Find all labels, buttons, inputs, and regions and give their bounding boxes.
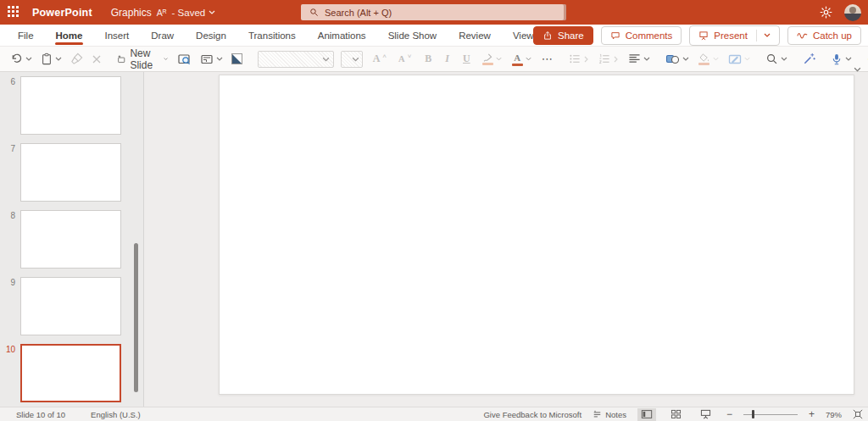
designer-icon <box>177 53 192 66</box>
designer-button[interactable] <box>177 53 192 66</box>
save-status-dropdown[interactable]: - Saved <box>172 8 216 18</box>
feedback-link[interactable]: Give Feedback to Microsoft <box>483 410 581 419</box>
share-button[interactable]: Share <box>533 26 593 45</box>
chevron-down-icon <box>164 57 168 61</box>
menu-bar: File Home Insert Draw Design Transitions… <box>0 25 868 47</box>
topbar-right-controls <box>817 0 861 25</box>
top-app-bar: PowerPoint Graphics Aᴿ - Saved Search (A… <box>0 0 868 25</box>
language-selector[interactable]: English (U.S.) <box>91 410 141 419</box>
paste-button[interactable] <box>41 53 62 65</box>
shapes-button[interactable] <box>665 53 689 65</box>
slide-thumbnail-10-selected[interactable]: 10 <box>0 344 121 402</box>
shape-fill-button[interactable] <box>698 53 719 65</box>
normal-view-button[interactable] <box>637 408 656 421</box>
close-icon <box>92 54 102 64</box>
present-button[interactable]: Present <box>689 25 780 46</box>
increase-font-button[interactable]: A˄ <box>373 53 387 65</box>
present-icon <box>698 30 709 41</box>
app-launcher-icon[interactable] <box>8 6 21 19</box>
chevron-down-icon <box>682 57 689 61</box>
bullet-list-icon <box>569 53 581 64</box>
search-icon <box>309 8 319 17</box>
zoom-slider[interactable] <box>743 408 798 421</box>
thumbnail-panel-scrollbar[interactable] <box>134 243 138 392</box>
font-color-button[interactable]: A <box>512 53 531 66</box>
dictate-button[interactable] <box>831 53 852 66</box>
bullets-button[interactable] <box>569 53 588 64</box>
more-icon: ⋯ <box>542 53 554 65</box>
find-button[interactable] <box>765 53 787 65</box>
document-title[interactable]: Graphics <box>111 7 152 19</box>
tab-transitions[interactable]: Transitions <box>237 25 307 45</box>
catch-up-button[interactable]: Catch up <box>787 26 861 45</box>
slide-thumbnail-9[interactable]: 9 <box>0 277 121 335</box>
numbering-button[interactable] <box>598 53 618 64</box>
slideshow-icon <box>700 409 711 419</box>
chevron-down-icon[interactable] <box>764 33 771 37</box>
more-font-options-button[interactable]: ⋯ <box>542 53 554 65</box>
slide-thumbnail-6[interactable]: 6 <box>0 76 121 135</box>
slide-number: 10 <box>0 344 17 402</box>
chevron-down-icon <box>845 57 852 61</box>
fit-to-window-icon <box>853 409 863 419</box>
pulse-icon <box>797 30 808 40</box>
zoom-out-button[interactable]: − <box>726 408 732 420</box>
font-size-select[interactable] <box>341 51 363 68</box>
slideshow-view-button[interactable] <box>697 408 715 421</box>
tab-review[interactable]: Review <box>448 25 502 45</box>
italic-button[interactable]: I <box>445 53 449 65</box>
format-painter-button[interactable] <box>70 53 83 65</box>
delete-button[interactable] <box>92 54 102 64</box>
search-input[interactable]: Search (Alt + Q) <box>301 4 566 20</box>
shape-outline-button[interactable] <box>728 53 750 65</box>
align-left-icon <box>628 53 641 64</box>
tab-insert[interactable]: Insert <box>93 25 140 45</box>
comments-button[interactable]: Comments <box>601 26 682 45</box>
fit-slide-button[interactable] <box>853 409 863 419</box>
microphone-icon <box>831 53 843 66</box>
slide-thumb-image <box>20 277 121 335</box>
zoom-in-button[interactable]: + <box>809 408 815 420</box>
tab-slide-show[interactable]: Slide Show <box>377 25 448 45</box>
chevron-down-icon <box>25 57 32 61</box>
slide-editing-surface[interactable] <box>219 75 854 395</box>
decrease-font-icon: A <box>398 54 405 64</box>
bold-button[interactable]: B <box>425 53 431 65</box>
zoom-slider-handle[interactable] <box>752 410 755 418</box>
tab-design[interactable]: Design <box>185 25 237 45</box>
designer-wand-button[interactable] <box>803 53 815 65</box>
themes-button[interactable] <box>231 53 242 64</box>
highlighter-icon <box>482 53 493 65</box>
slide-number: 9 <box>0 277 17 335</box>
slide-thumbnail-8[interactable]: 8 <box>0 210 121 269</box>
decrease-font-button[interactable]: A˅ <box>398 54 411 64</box>
slide-counter[interactable]: Slide 10 of 10 <box>16 410 65 419</box>
tab-file[interactable]: File <box>7 25 45 45</box>
editor-canvas <box>145 72 868 407</box>
chevron-right-icon <box>584 56 588 63</box>
slide-thumbnail-7[interactable]: 7 <box>0 143 121 202</box>
numbered-list-icon <box>598 53 611 64</box>
account-avatar[interactable] <box>844 4 861 21</box>
font-color-icon: A <box>512 53 523 66</box>
undo-button[interactable] <box>10 53 32 65</box>
grid-view-icon <box>670 409 682 419</box>
tab-home[interactable]: Home <box>45 25 94 45</box>
comment-icon <box>610 30 620 41</box>
notes-toggle[interactable]: Notes <box>593 410 626 419</box>
chevron-right-icon <box>614 56 618 63</box>
slide-thumbnail-panel: 6 7 8 9 10 <box>0 72 144 407</box>
text-highlight-button[interactable] <box>482 53 502 65</box>
align-text-button[interactable] <box>628 53 650 64</box>
tab-draw[interactable]: Draw <box>140 25 185 45</box>
new-slide-button[interactable]: New Slide <box>117 47 169 71</box>
font-name-select[interactable] <box>258 51 334 68</box>
zoom-level[interactable]: 79% <box>826 410 842 419</box>
tab-animations[interactable]: Animations <box>307 25 377 45</box>
slide-sorter-view-button[interactable] <box>667 408 686 421</box>
underline-button[interactable]: U <box>463 53 470 65</box>
settings-button[interactable] <box>817 4 834 21</box>
layout-button[interactable] <box>200 53 223 66</box>
statusbar-left: Slide 10 of 10 English (U.S.) <box>0 410 141 419</box>
bold-icon: B <box>425 53 431 65</box>
